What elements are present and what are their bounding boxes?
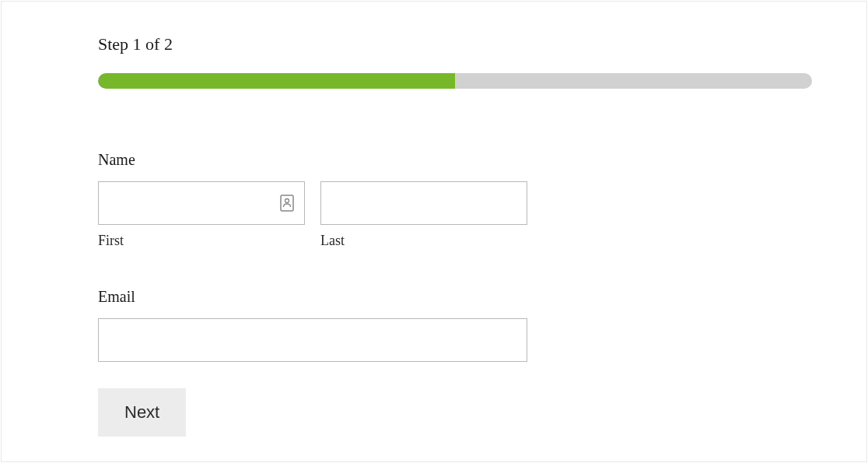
progress-bar-track: [98, 73, 812, 89]
next-button[interactable]: Next: [98, 388, 186, 437]
name-label: Name: [98, 151, 807, 169]
email-field-group: Email: [98, 288, 807, 362]
last-name-sublabel: Last: [320, 233, 527, 249]
first-name-input[interactable]: [98, 181, 305, 225]
name-field-group: Name First Last: [98, 151, 807, 249]
email-label: Email: [98, 288, 807, 306]
email-input[interactable]: [98, 318, 527, 362]
step-indicator: Step 1 of 2: [98, 34, 807, 54]
first-name-field: First: [98, 181, 305, 249]
last-name-input[interactable]: [320, 181, 527, 225]
first-name-sublabel: First: [98, 233, 305, 249]
last-name-field: Last: [320, 181, 527, 249]
first-name-wrapper: [98, 181, 305, 225]
progress-bar-fill: [98, 73, 455, 89]
name-inputs-row: First Last: [98, 181, 807, 249]
form-container: Step 1 of 2 Name First Last: [1, 1, 867, 462]
